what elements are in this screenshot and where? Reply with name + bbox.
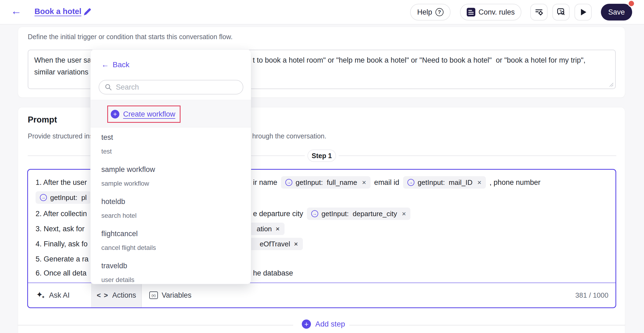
sparkle-icon: ✦✦	[36, 290, 45, 300]
editor-toolbar: ✦✦ Ask AI < > Actions (x) Variables 381 …	[28, 283, 615, 307]
chip-label: getInput: full_name	[296, 178, 357, 187]
prompt-line: 5. Generate a ra	[36, 253, 89, 265]
workflow-title: traveldb	[101, 262, 242, 270]
chip-close-icon[interactable]: ×	[276, 225, 280, 233]
chip-close-icon[interactable]: ×	[362, 178, 366, 187]
trigger-text-fragment: When the user sa	[34, 56, 91, 64]
chip-label: getInput: mail_ID	[418, 178, 473, 187]
prompt-line-continuation: e departure city → getInput: departure_c…	[253, 208, 410, 220]
workflow-subtitle: user details	[101, 276, 242, 284]
unsaved-changes-dot	[628, 0, 635, 7]
workflow-item-hoteldb[interactable]: hoteldb search hotel	[91, 192, 251, 224]
prompt-line: 3. Next, ask for	[36, 223, 86, 235]
prompt-line-continuation: he database	[253, 267, 293, 279]
play-icon	[581, 9, 586, 15]
trigger-description: Define the initial trigger or condition …	[28, 33, 233, 41]
workflow-subtitle: search hotel	[101, 212, 242, 219]
workflow-subtitle: test	[101, 148, 242, 155]
chip-label: getInput: departure_city	[321, 210, 397, 218]
workflow-title: sample workflow	[101, 165, 242, 174]
prompt-line: 1. After the user	[36, 176, 87, 189]
conversation-rules-button[interactable]: Conv. rules	[460, 4, 521, 21]
chip-close-icon[interactable]: ×	[294, 240, 298, 248]
prompt-line: 4. Finally, ask fo	[36, 238, 88, 250]
getinput-icon: →	[285, 179, 292, 186]
search-input[interactable]	[116, 83, 237, 91]
edit-pencil-icon[interactable]	[83, 8, 92, 16]
getinput-icon: →	[407, 179, 414, 186]
divider	[339, 155, 616, 156]
ask-ai-button[interactable]: ✦✦ Ask AI	[36, 283, 70, 307]
ask-ai-label: Ask AI	[49, 291, 70, 300]
prompt-subtitle-fragment: hrough the conversation.	[252, 132, 326, 140]
chip-label: eOfTravel	[260, 240, 290, 248]
workflow-item-flightcancel[interactable]: flightcancel cancel flight details	[91, 224, 251, 256]
actions-label: Actions	[112, 291, 136, 300]
workflow-search-field[interactable]	[99, 80, 243, 94]
add-step-button[interactable]: + Add step	[302, 320, 345, 329]
back-arrow-icon: ←	[101, 60, 109, 69]
prompt-text: email id	[374, 178, 399, 187]
flow-settings-button[interactable]	[530, 4, 548, 21]
test-faq-button[interactable]: ?	[552, 4, 570, 21]
variables-label: Variables	[162, 291, 192, 300]
getinput-icon: →	[40, 194, 47, 201]
create-workflow-link[interactable]: Create workflow	[123, 110, 175, 118]
variables-icon: (x)	[149, 291, 158, 299]
prompt-text: ir name	[253, 178, 277, 187]
plus-icon: +	[302, 320, 311, 329]
run-preview-button[interactable]	[574, 4, 592, 21]
resize-handle[interactable]	[609, 82, 614, 87]
variable-chip-full-name[interactable]: → getInput: full_name ×	[281, 176, 371, 189]
create-workflow-row[interactable]: + Create workflow	[91, 100, 251, 127]
workflow-item-sample-workflow[interactable]: sample workflow sample workflow	[91, 159, 251, 192]
plus-icon: +	[111, 110, 119, 118]
variable-chip-phone[interactable]: → getInput: pl	[36, 191, 91, 204]
add-step-label: Add step	[315, 320, 345, 328]
variable-chip-mail-id[interactable]: → getInput: mail_ID ×	[403, 176, 486, 189]
prompt-line-continuation: → getInput: pl	[36, 191, 91, 204]
toolbar-divider	[141, 283, 142, 307]
workflow-title: test	[101, 133, 242, 142]
flow-builder-page: ← Book a hotel Help ? Conv. rules	[0, 0, 644, 333]
help-question-icon: ?	[435, 8, 444, 16]
workflow-picker-dropdown: ← Back + Create workflow test test sampl…	[90, 49, 251, 284]
dropdown-back-button[interactable]: ← Back	[101, 60, 129, 69]
workflow-item-traveldb[interactable]: traveldb user details	[91, 256, 251, 284]
prompt-text: , phone number	[490, 178, 541, 187]
back-arrow-icon[interactable]: ←	[11, 5, 22, 17]
getinput-icon: →	[311, 210, 318, 217]
code-brackets-icon: < >	[97, 291, 109, 300]
workflow-list: test test sample workflow sample workflo…	[91, 127, 251, 284]
workflow-title: flightcancel	[101, 230, 242, 238]
divider	[349, 325, 625, 325]
prompt-line: 2. After collectin	[36, 208, 87, 220]
rules-document-icon	[467, 8, 475, 16]
chip-close-icon[interactable]: ×	[402, 210, 406, 218]
filter-gear-icon	[534, 8, 543, 17]
help-label: Help	[417, 8, 432, 16]
workflow-subtitle: cancel flight details	[101, 244, 242, 252]
chip-close-icon[interactable]: ×	[477, 178, 481, 187]
actions-button[interactable]: < > Actions	[92, 283, 141, 307]
variable-chip-departure-city[interactable]: → getInput: departure_city ×	[307, 208, 410, 220]
conv-rules-label: Conv. rules	[479, 8, 515, 16]
help-button[interactable]: Help ?	[410, 4, 451, 21]
chip-label: getInput: pl	[50, 193, 87, 202]
prompt-line: 6. Once all deta	[36, 267, 86, 279]
trigger-text-fragment: t to book a hotel room" or "help me book…	[253, 56, 586, 64]
divider	[18, 325, 293, 325]
prompt-subtitle-fragment: Provide structured ins	[28, 132, 93, 140]
top-bar: ← Book a hotel Help ? Conv. rules	[0, 0, 644, 25]
workflow-title: hoteldb	[101, 198, 242, 206]
workflow-subtitle: sample workflow	[101, 180, 242, 187]
flow-title-link[interactable]: Book a hotel	[34, 7, 81, 16]
workflow-item-test[interactable]: test test	[91, 127, 251, 159]
prompt-text: e departure city	[253, 210, 303, 218]
prompt-heading: Prompt	[28, 115, 57, 125]
chat-search-icon: ?	[556, 8, 566, 17]
annotation-highlight-box: + Create workflow	[107, 106, 181, 123]
save-button[interactable]: Save	[601, 4, 632, 21]
variables-button[interactable]: (x) Variables	[149, 283, 192, 307]
chip-label: ation	[257, 225, 272, 233]
